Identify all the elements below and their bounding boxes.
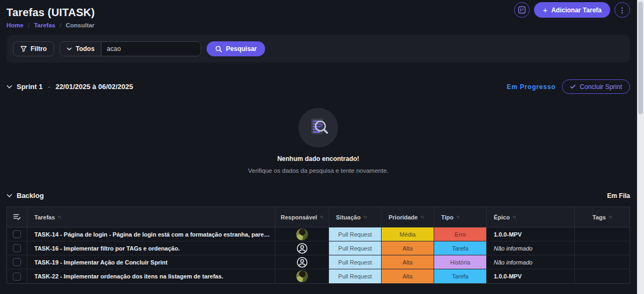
select-all-icon xyxy=(13,214,21,220)
table-row[interactable]: TASK-22 - Implementar ordenação dos iten… xyxy=(7,269,630,283)
scope-dropdown[interactable]: Todos xyxy=(60,42,101,56)
breadcrumb-separator: / xyxy=(28,22,30,28)
add-task-button[interactable]: + Adicionar Tarefa xyxy=(534,2,610,18)
filter-button[interactable]: Filtro xyxy=(13,41,54,56)
search-icon xyxy=(215,46,222,53)
epico-cell: Não informado xyxy=(487,255,575,269)
sort-icon: ↑↓ xyxy=(609,215,612,219)
responsavel-cell xyxy=(275,269,329,283)
backlog-section-header: Backlog Em Fila xyxy=(6,192,630,200)
task-cell: TASK-14 - Página de login - Página de lo… xyxy=(27,227,275,241)
row-select-cell xyxy=(7,269,27,283)
epico-cell: Não informado xyxy=(487,241,575,255)
table-row[interactable]: TASK-14 - Página de login - Página de lo… xyxy=(7,227,630,241)
sprint-date-range: 22/01/2025 à 06/02/2025 xyxy=(55,83,133,91)
filter-button-label: Filtro xyxy=(31,45,47,53)
sprint-header-right: Em Progresso Concluir Sprint xyxy=(507,79,630,94)
user-circle-icon xyxy=(296,256,308,268)
tags-cell xyxy=(575,241,630,255)
tipo-cell: Tarefa xyxy=(434,241,487,255)
complete-sprint-button[interactable]: Concluir Sprint xyxy=(562,79,630,94)
prioridade-cell: Alta xyxy=(382,255,434,269)
search-button-label: Pesquisar xyxy=(226,45,257,53)
backlog-title: Backlog xyxy=(17,192,44,200)
user-circle-icon xyxy=(296,242,308,254)
situacao-cell: Pull Request xyxy=(329,241,382,255)
tags-cell xyxy=(575,269,630,283)
tags-cell xyxy=(575,255,630,269)
empty-state-subtitle: Verifique os dados da pesquisa e tente n… xyxy=(248,167,389,174)
assignee-avatar xyxy=(296,229,308,240)
breadcrumb-consultar: Consultar xyxy=(65,22,94,28)
row-checkbox[interactable] xyxy=(13,273,21,281)
responsavel-cell xyxy=(275,227,329,241)
select-all-cell[interactable] xyxy=(7,207,27,227)
assignee-avatar xyxy=(296,270,308,282)
sprint-status-badge: Em Progresso xyxy=(507,83,555,91)
epico-cell: 1.0.0-MPV xyxy=(487,227,575,241)
tipo-cell: Tarefa xyxy=(434,269,487,283)
column-header-responsavel[interactable]: Responsável ↑↓ xyxy=(275,207,329,227)
prioridade-cell: Alta xyxy=(382,241,434,255)
sprint-name: Sprint 1 xyxy=(17,83,42,91)
row-select-cell xyxy=(7,227,27,241)
situacao-cell: Pull Request xyxy=(329,227,382,241)
check-icon xyxy=(570,84,576,89)
situacao-cell: Pull Request xyxy=(329,269,382,283)
scope-dropdown-label: Todos xyxy=(76,45,94,53)
breadcrumb: Home / Tarefas / Consultar xyxy=(6,22,630,28)
vertical-scrollbar[interactable] xyxy=(637,0,644,294)
sort-icon: ↑↓ xyxy=(363,215,367,219)
row-checkbox[interactable] xyxy=(13,244,21,252)
tipo-cell: Erro xyxy=(434,227,487,241)
search-button[interactable]: Pesquisar xyxy=(207,41,265,56)
responsavel-cell xyxy=(275,255,329,269)
kanban-board-icon xyxy=(518,6,526,14)
document-search-icon xyxy=(306,116,330,139)
board-view-button[interactable] xyxy=(514,2,530,18)
table-row[interactable]: TASK-19 - Implementar Ação de Concluir S… xyxy=(7,255,630,269)
situacao-cell: Pull Request xyxy=(329,255,382,269)
breadcrumb-tarefas[interactable]: Tarefas xyxy=(34,22,55,28)
header-actions: + Adicionar Tarefa ⋮ xyxy=(514,2,630,18)
task-cell: TASK-22 - Implementar ordenação dos iten… xyxy=(27,269,275,283)
prioridade-cell: Alta xyxy=(382,269,434,283)
chevron-down-icon xyxy=(6,194,12,198)
responsavel-cell xyxy=(275,241,329,255)
backlog-header-left[interactable]: Backlog xyxy=(6,192,44,200)
search-input[interactable] xyxy=(101,42,201,56)
empty-state: Nenhum dado encontrado! Verifique os dad… xyxy=(6,108,630,174)
task-cell: TASK-19 - Implementar Ação de Concluir S… xyxy=(27,255,275,269)
prioridade-cell: Média xyxy=(382,227,434,241)
tipo-cell: História xyxy=(434,255,487,269)
column-header-situacao[interactable]: Situação ↑↓ xyxy=(329,207,382,227)
page-header: Tarefas (UITASK) Home / Tarefas / Consul… xyxy=(6,0,630,28)
column-header-tags[interactable]: Tags ↑↓ xyxy=(575,207,630,227)
table-row[interactable]: TASK-16 - Implementar filtro por TAGs e … xyxy=(7,241,630,255)
breadcrumb-home[interactable]: Home xyxy=(6,22,24,28)
sprint-header-left[interactable]: Sprint 1 - 22/01/2025 à 06/02/2025 xyxy=(6,83,133,91)
breadcrumb-separator: / xyxy=(60,22,61,28)
funnel-icon xyxy=(20,46,27,52)
vertical-ellipsis-icon: ⋮ xyxy=(619,6,626,14)
tags-cell xyxy=(575,227,630,241)
sprint-section-header: Sprint 1 - 22/01/2025 à 06/02/2025 Em Pr… xyxy=(6,79,630,94)
scrollbar-thumb[interactable] xyxy=(638,2,643,114)
row-checkbox[interactable] xyxy=(13,230,21,238)
empty-state-circle xyxy=(298,108,338,148)
backlog-task-table: Tarefas ↑↓ Responsável ↑↓ Situação ↑↓ Pr… xyxy=(6,207,630,284)
column-header-epico[interactable]: Épico ↑↓ xyxy=(487,207,575,227)
row-select-cell xyxy=(7,241,27,255)
column-header-tipo[interactable]: Tipo ↑↓ xyxy=(434,207,487,227)
chevron-down-icon xyxy=(67,47,72,51)
column-header-prioridade[interactable]: Prioridade ↑↓ xyxy=(382,207,434,227)
sort-icon: ↑↓ xyxy=(456,215,459,219)
more-options-button[interactable]: ⋮ xyxy=(614,2,630,18)
epico-cell: 1.0.0-MPV xyxy=(487,269,575,283)
row-select-cell xyxy=(7,255,27,269)
column-header-tarefas[interactable]: Tarefas ↑↓ xyxy=(27,207,275,227)
plus-icon: + xyxy=(543,6,547,14)
filter-bar: Filtro Todos Pesquisar xyxy=(6,35,630,63)
row-checkbox[interactable] xyxy=(13,258,21,266)
backlog-status-badge: Em Fila xyxy=(607,192,630,200)
